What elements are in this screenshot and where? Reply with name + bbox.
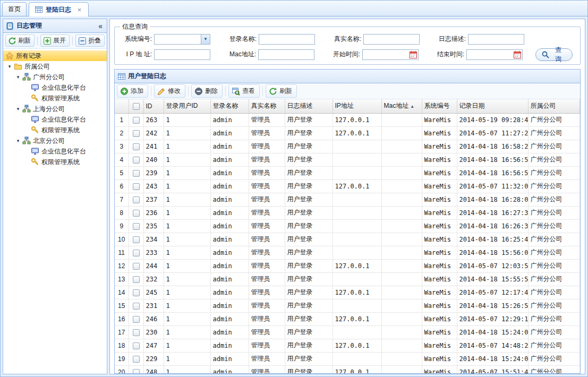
column-header[interactable]: 系统编号 — [422, 99, 457, 113]
table-cell: WareMis — [422, 286, 457, 299]
table-row[interactable]: 12631admin管理员用户登录127.0.0.1WareMis2014-05… — [115, 113, 580, 126]
expand-arrow-icon[interactable]: ▾ — [14, 138, 22, 143]
row-checkbox[interactable] — [133, 117, 140, 124]
tree-node[interactable]: 企业信息化平台 — [3, 114, 107, 125]
tree-node[interactable]: 权限管理系统 — [3, 125, 107, 135]
table-row[interactable]: 42401admin管理员用户登录WareMis2014-04-18 16:56… — [115, 153, 580, 166]
row-checkbox[interactable] — [133, 356, 140, 363]
table-cell: 广州分公司 — [528, 206, 580, 219]
table-cell: 用户登录 — [285, 365, 333, 373]
column-header[interactable]: 记录日期 — [457, 99, 528, 113]
table-row[interactable]: 62431admin管理员用户登录127.0.0.1WareMis2014-05… — [115, 179, 580, 193]
row-checkbox[interactable] — [133, 196, 140, 203]
table-row[interactable]: 142451admin管理员用户登录127.0.0.1WareMis2014-0… — [115, 286, 580, 299]
row-checkbox[interactable] — [133, 329, 140, 336]
close-icon[interactable]: × — [76, 6, 83, 13]
table-cell: 用户登录 — [285, 219, 333, 233]
column-header[interactable]: 真实名称 — [249, 99, 285, 113]
row-checkbox[interactable] — [133, 263, 140, 270]
start-time-input[interactable] — [363, 50, 409, 59]
real-name-input[interactable] — [363, 34, 420, 45]
table-row[interactable]: 92351admin管理员用户登录WareMis2014-04-18 16:26… — [115, 219, 580, 233]
row-checkbox[interactable] — [133, 276, 140, 283]
row-checkbox[interactable] — [133, 369, 140, 373]
tree-node[interactable]: 企业信息化平台 — [3, 146, 107, 157]
column-header[interactable]: Mac地址▲ — [381, 99, 422, 113]
log-desc-input[interactable] — [468, 34, 524, 45]
table-row[interactable]: 112331admin管理员用户登录WareMis2014-04-18 15:5… — [115, 246, 580, 259]
table-row[interactable]: 132321admin管理员用户登录WareMis2014-04-18 15:5… — [115, 272, 580, 286]
column-header[interactable]: 日志描述 — [285, 99, 333, 113]
refresh-button[interactable]: 刷新 — [266, 84, 297, 98]
tree-node[interactable]: 企业信息化平台 — [3, 82, 107, 93]
table-row[interactable]: 182471admin管理员用户登录127.0.0.1WareMis2014-0… — [115, 339, 580, 352]
login-name-input[interactable] — [259, 34, 315, 45]
table-row[interactable]: 32411admin管理员用户登录WareMis2014-04-18 16:58… — [115, 140, 580, 153]
start-time-field: 开始时间: — [327, 49, 431, 60]
collapse-sidebar-icon[interactable]: « — [97, 22, 104, 30]
row-checkbox[interactable] — [133, 223, 140, 230]
tree-node[interactable]: ▾所属公司 — [3, 61, 107, 72]
sidebar-refresh-button[interactable]: 刷新 — [5, 35, 35, 47]
mac-address-input[interactable] — [258, 49, 314, 60]
row-checkbox[interactable] — [133, 316, 140, 323]
tree-node[interactable]: 所有记录 — [3, 50, 107, 61]
tree-node[interactable]: ▾广州分公司 — [3, 72, 107, 82]
chevron-down-icon[interactable]: ▼ — [201, 35, 210, 44]
collapse-all-button[interactable]: 折叠 — [75, 35, 105, 47]
calendar-icon[interactable] — [513, 50, 522, 59]
table-row[interactable]: 202481admin管理员用户登录127.0.0.1WareMis2014-0… — [115, 365, 580, 373]
row-checkbox[interactable] — [133, 342, 140, 349]
expand-all-button[interactable]: 展开 — [40, 35, 70, 47]
table-row[interactable]: 172301admin管理员用户登录WareMis2014-04-18 15:2… — [115, 325, 580, 339]
row-checkbox[interactable] — [133, 289, 140, 296]
expand-arrow-icon[interactable]: ▾ — [14, 74, 22, 80]
row-checkbox[interactable] — [133, 130, 140, 137]
row-checkbox[interactable] — [133, 210, 140, 217]
ip-address-input[interactable] — [154, 49, 210, 60]
table-row[interactable]: 192291admin管理员用户登录WareMis2014-04-18 15:2… — [115, 352, 580, 365]
tree-node[interactable]: ▾上海分公司 — [3, 104, 107, 114]
row-checkbox[interactable] — [133, 170, 140, 177]
expand-arrow-icon[interactable]: ▾ — [5, 64, 14, 69]
tab-home[interactable]: 首页 — [2, 2, 27, 16]
add-button[interactable]: 添加 — [117, 84, 148, 98]
table-row[interactable]: 122441admin管理员用户登录127.0.0.1WareMis2014-0… — [115, 259, 580, 272]
column-header[interactable]: 登录用户ID — [164, 99, 210, 113]
table-row[interactable]: 72371admin管理员用户登录WareMis2014-04-18 16:28… — [115, 193, 580, 206]
row-checkbox[interactable] — [133, 157, 140, 164]
select-all-checkbox[interactable] — [133, 103, 140, 110]
delete-button[interactable]: 删除 — [191, 84, 223, 98]
calendar-icon[interactable] — [409, 50, 417, 59]
column-header[interactable]: IP地址 — [333, 99, 381, 113]
row-checkbox[interactable] — [133, 303, 140, 310]
view-button[interactable]: 查看 — [228, 84, 260, 98]
tree-node[interactable]: ▾北京分公司 — [3, 135, 107, 146]
search-button[interactable]: 查询 — [535, 48, 573, 61]
row-checkbox[interactable] — [133, 236, 140, 243]
column-header[interactable]: ID — [143, 99, 164, 113]
column-header[interactable]: 登录名称 — [210, 99, 249, 113]
system-code-select[interactable]: ▼ — [154, 34, 210, 45]
tree-node[interactable]: 权限管理系统 — [3, 93, 107, 104]
grid-icon — [35, 5, 43, 14]
row-checkbox[interactable] — [133, 143, 140, 150]
table-cell: admin — [210, 206, 249, 219]
table-row[interactable]: 152311admin管理员用户登录WareMis2014-04-18 15:2… — [115, 299, 580, 312]
tree-node[interactable]: 权限管理系统 — [3, 157, 107, 167]
row-checkbox[interactable] — [133, 183, 140, 190]
table-row[interactable]: 52391admin管理员用户登录WareMis2014-04-18 16:56… — [115, 166, 580, 179]
org-icon — [22, 105, 31, 113]
table-row[interactable]: 162461admin管理员用户登录127.0.0.1WareMis2014-0… — [115, 312, 580, 325]
table-cell: 管理员 — [249, 140, 285, 153]
tab-login-log[interactable]: 登陆日志 × — [29, 2, 89, 16]
column-header[interactable]: 所属公司 — [528, 99, 580, 113]
table-row[interactable]: 82361admin管理员用户登录WareMis2014-04-18 16:27… — [115, 206, 580, 219]
end-time-input[interactable] — [467, 50, 513, 59]
table-row[interactable]: 22421admin管理员用户登录127.0.0.1WareMis2014-05… — [115, 126, 580, 140]
table-cell: 127.0.0.1 — [333, 179, 381, 193]
row-checkbox[interactable] — [133, 250, 140, 256]
edit-button[interactable]: 修改 — [154, 84, 185, 98]
expand-arrow-icon[interactable]: ▾ — [14, 106, 22, 112]
table-row[interactable]: 102341admin管理员用户登录WareMis2014-04-18 16:2… — [115, 233, 580, 246]
